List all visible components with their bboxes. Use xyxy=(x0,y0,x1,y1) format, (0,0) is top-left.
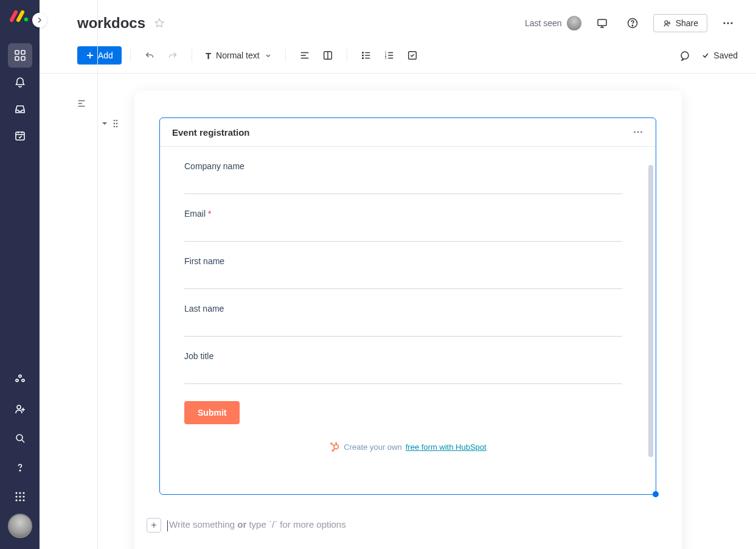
my-work-icon[interactable] xyxy=(8,124,32,148)
new-block-placeholder: Write something or type `/` for more opt… xyxy=(167,519,346,531)
doc-body: Event registration Company name Email * xyxy=(40,74,756,549)
resize-handle[interactable] xyxy=(653,491,659,497)
sidebar-toggle[interactable] xyxy=(32,13,47,27)
workspaces-icon[interactable] xyxy=(8,43,32,68)
text-style-selector[interactable]: T Normal text xyxy=(201,48,277,63)
embed-title: Event registration xyxy=(172,127,250,138)
job-title-label: Job title xyxy=(184,351,631,361)
hubspot-attribution: Create your own free form with HubSpot xyxy=(184,441,631,452)
doc-header: workdocs Last seen xyxy=(40,0,756,41)
text-cursor xyxy=(167,520,168,531)
checklist-icon[interactable] xyxy=(402,45,423,66)
svg-point-38 xyxy=(116,126,118,128)
svg-point-12 xyxy=(15,495,17,497)
email-input[interactable] xyxy=(184,221,622,242)
align-icon[interactable] xyxy=(294,45,315,66)
last-name-label: Last name xyxy=(184,304,631,313)
embed-menu-icon[interactable] xyxy=(633,127,643,138)
email-label: Email * xyxy=(184,209,631,219)
svg-point-21 xyxy=(665,21,668,24)
monday-logo[interactable] xyxy=(9,9,31,26)
svg-point-0 xyxy=(24,18,27,21)
svg-point-20 xyxy=(632,25,633,26)
svg-rect-4 xyxy=(21,57,25,60)
collapse-icon[interactable] xyxy=(100,119,109,128)
favorite-star-icon[interactable] xyxy=(154,18,165,29)
svg-rect-1 xyxy=(15,51,19,54)
svg-point-22 xyxy=(723,22,725,24)
svg-point-34 xyxy=(116,120,118,122)
svg-point-9 xyxy=(15,492,17,494)
svg-point-17 xyxy=(23,499,24,501)
new-block-line[interactable]: + Write something or type `/` for more o… xyxy=(147,518,572,533)
menu-grid-icon[interactable] xyxy=(8,484,32,509)
svg-point-11 xyxy=(23,492,24,494)
notifications-icon[interactable] xyxy=(8,70,32,94)
svg-point-28 xyxy=(362,58,363,59)
comment-icon[interactable] xyxy=(675,46,694,65)
svg-point-8 xyxy=(19,470,21,471)
last-seen-label: Last seen xyxy=(525,18,562,28)
numbered-list-icon[interactable]: 123 xyxy=(379,45,400,66)
last-name-input[interactable] xyxy=(184,316,622,337)
inbox-icon[interactable] xyxy=(8,97,32,121)
svg-point-10 xyxy=(19,492,21,494)
submit-button[interactable]: Submit xyxy=(184,401,240,424)
present-icon[interactable] xyxy=(592,13,612,33)
svg-point-39 xyxy=(634,131,636,133)
hubspot-link[interactable]: free form with HubSpot xyxy=(406,442,487,452)
drag-handle-icon[interactable] xyxy=(113,119,119,128)
saved-status: Saved xyxy=(675,46,738,65)
svg-point-6 xyxy=(17,405,21,409)
svg-point-40 xyxy=(637,131,639,133)
main-area: workdocs Last seen xyxy=(40,0,756,549)
svg-point-7 xyxy=(16,435,23,441)
svg-point-27 xyxy=(362,55,363,56)
text-style-label: Normal text xyxy=(216,51,260,60)
job-title-input[interactable] xyxy=(184,363,622,384)
svg-text:3: 3 xyxy=(384,57,386,60)
redo-icon[interactable] xyxy=(162,45,183,66)
embed-header: Event registration xyxy=(160,118,656,147)
toolbar: Add T Normal text 123 xyxy=(40,41,756,73)
left-sidebar xyxy=(0,0,40,549)
user-avatar[interactable] xyxy=(8,514,32,538)
bullet-list-icon[interactable] xyxy=(356,45,376,66)
svg-point-26 xyxy=(362,52,363,54)
svg-point-45 xyxy=(332,450,334,452)
svg-point-24 xyxy=(730,22,732,24)
saved-label: Saved xyxy=(713,51,738,60)
company-name-input[interactable] xyxy=(184,173,622,194)
svg-point-37 xyxy=(114,126,116,128)
svg-rect-5 xyxy=(16,132,24,140)
svg-point-13 xyxy=(19,495,21,497)
outline-icon[interactable] xyxy=(76,98,87,109)
first-name-label: First name xyxy=(184,256,631,266)
more-options-icon[interactable] xyxy=(718,13,738,33)
share-button[interactable]: Share xyxy=(653,14,707,32)
share-label: Share xyxy=(676,18,698,28)
svg-point-33 xyxy=(114,120,116,122)
last-seen[interactable]: Last seen xyxy=(525,16,581,30)
last-seen-avatar xyxy=(567,16,581,30)
add-button[interactable]: Add xyxy=(77,46,122,65)
svg-point-23 xyxy=(727,22,729,24)
doc-title[interactable]: workdocs xyxy=(77,15,145,32)
embed-scrollbar[interactable] xyxy=(648,165,653,457)
add-label: Add xyxy=(98,51,113,60)
add-block-button[interactable]: + xyxy=(147,518,161,533)
svg-point-14 xyxy=(23,495,24,497)
svg-rect-2 xyxy=(21,51,25,54)
search-icon[interactable] xyxy=(8,426,32,450)
help-icon[interactable] xyxy=(8,455,32,480)
help-circle-icon[interactable] xyxy=(623,13,642,33)
apps-icon[interactable] xyxy=(8,368,32,392)
hubspot-icon xyxy=(329,441,340,452)
doc-card: Event registration Company name Email * xyxy=(134,91,682,549)
first-name-input[interactable] xyxy=(184,268,622,289)
layout-icon[interactable] xyxy=(317,45,338,66)
form-embed-block[interactable]: Event registration Company name Email * xyxy=(159,117,656,495)
block-controls xyxy=(100,119,119,128)
invite-icon[interactable] xyxy=(8,397,32,421)
undo-icon[interactable] xyxy=(139,45,160,66)
